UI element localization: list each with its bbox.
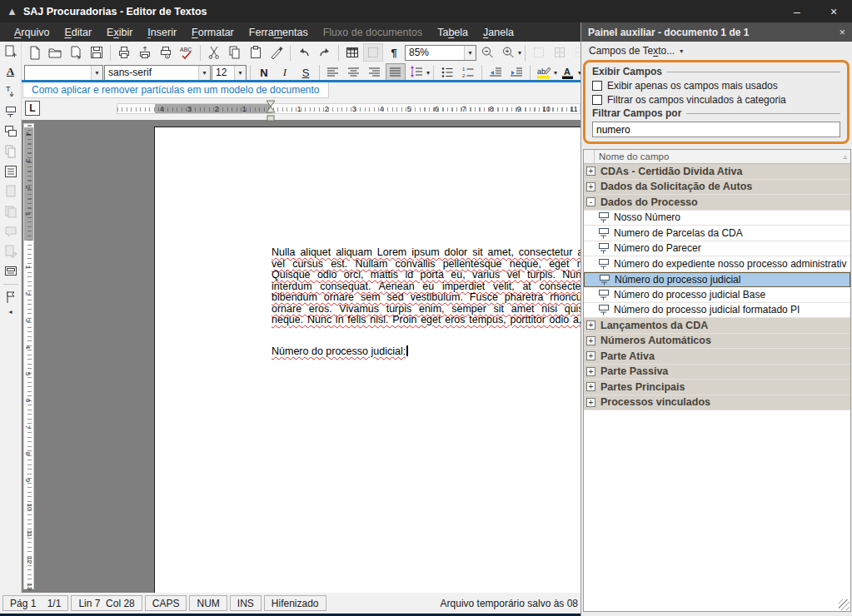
size-dropdown-icon[interactable]: ▾ bbox=[234, 66, 246, 80]
checkbox-linked-category[interactable] bbox=[592, 95, 602, 105]
expand-toggle-icon[interactable]: + bbox=[586, 182, 595, 191]
formatting-marks-button[interactable]: ¶ bbox=[384, 43, 404, 62]
tree-group-solicitacao[interactable]: +Dados da Solicitação de Autos bbox=[584, 180, 850, 196]
clone-formatting-button[interactable] bbox=[267, 43, 286, 62]
character-dialog-button[interactable]: A bbox=[1, 62, 21, 81]
resize-grip[interactable] bbox=[839, 599, 850, 610]
tree-item[interactable]: Numero de Parcelas da CDA bbox=[584, 226, 850, 241]
document-page[interactable]: Nulla aliquet aliquam Lorem ipsum dolor … bbox=[154, 127, 580, 593]
close-button[interactable]: × bbox=[815, 0, 852, 22]
tree-item[interactable]: Número do expediente nosso processo admi… bbox=[584, 256, 850, 272]
checkbox-most-used[interactable] bbox=[592, 81, 602, 91]
expand-toggle-icon[interactable]: + bbox=[586, 382, 595, 391]
status-line-col[interactable]: Lin 7 Col 28 bbox=[71, 595, 142, 611]
save-as-button[interactable] bbox=[66, 43, 86, 62]
font-color-button[interactable]: A bbox=[558, 63, 578, 82]
horizontal-ruler[interactable]: 43211234567891011 bbox=[117, 103, 580, 114]
expand-toggle-icon[interactable]: + bbox=[586, 166, 595, 176]
menu-formatar[interactable]: Formatar bbox=[184, 24, 242, 41]
vertical-ruler[interactable]: 432112345678910111213 bbox=[23, 123, 34, 589]
line-spacing-caret-icon[interactable]: ▾ bbox=[426, 69, 430, 77]
print-layout-button[interactable] bbox=[1, 262, 21, 281]
expand-toggle-icon[interactable]: + bbox=[586, 351, 595, 360]
expand-toggle-icon[interactable]: + bbox=[586, 336, 595, 345]
line-spacing-button[interactable] bbox=[406, 63, 426, 82]
flag-button[interactable] bbox=[1, 288, 21, 306]
status-page[interactable]: Pág 1 1/1 bbox=[2, 595, 68, 611]
filter-input[interactable]: numero bbox=[592, 122, 840, 137]
decrease-indent-button[interactable] bbox=[486, 63, 506, 82]
font-dropdown-icon[interactable]: ▾ bbox=[198, 66, 210, 80]
new-document-button[interactable] bbox=[24, 43, 44, 62]
status-caps[interactable]: CAPS bbox=[145, 595, 187, 611]
numbered-list-button[interactable]: 12 bbox=[458, 63, 478, 82]
tree-item[interactable]: Número do processo judicial Base bbox=[584, 287, 850, 303]
panel-header[interactable]: Painel auxiliar - documento 1 de 1 × bbox=[581, 22, 852, 42]
expand-toggle-icon[interactable]: + bbox=[586, 320, 595, 330]
align-center-button[interactable] bbox=[344, 63, 364, 82]
print-file-button[interactable] bbox=[135, 43, 155, 62]
save-button[interactable] bbox=[87, 43, 107, 62]
tree-group-dados-processo[interactable]: -Dados do Processo bbox=[584, 195, 850, 211]
open-button[interactable] bbox=[45, 43, 65, 62]
print-button[interactable] bbox=[114, 43, 134, 62]
spellcheck-button[interactable]: ABC bbox=[177, 43, 197, 62]
tree-group-numeros-automaticos[interactable]: +Números Automáticos bbox=[584, 334, 850, 350]
underline-button[interactable]: S bbox=[296, 63, 316, 82]
menu-janela[interactable]: Janela bbox=[476, 24, 521, 41]
new-from-template-button[interactable] bbox=[1, 42, 21, 61]
tree-group-parte-passiva[interactable]: +Parte Passiva bbox=[584, 365, 850, 380]
highlight-caret-icon[interactable]: ▾ bbox=[554, 69, 557, 77]
insert-field-button[interactable] bbox=[1, 102, 21, 121]
menu-arquivo[interactable]: Arquivo bbox=[7, 24, 57, 41]
italic-button[interactable]: I bbox=[275, 63, 295, 82]
menu-inserir[interactable]: Inserir bbox=[140, 24, 184, 41]
highlight-color-button[interactable]: ab bbox=[534, 63, 554, 82]
field-insert-line[interactable]: Número do processo judicial: bbox=[272, 345, 408, 357]
tree-group-processos-vinculados[interactable]: +Processos vinculados bbox=[584, 395, 850, 411]
tree-group-parte-ativa[interactable]: +Parte Ativa bbox=[584, 349, 850, 365]
tree-item-selected[interactable]: Número do processo judicial bbox=[584, 272, 850, 288]
tree-item[interactable]: Nosso Número bbox=[584, 211, 850, 226]
collapse-arrow-icon[interactable]: ◂ bbox=[8, 308, 12, 315]
tree-group-partes-principais[interactable]: +Partes Principais bbox=[584, 380, 850, 395]
print-preview-button[interactable] bbox=[156, 43, 176, 62]
sort-indicator-icon[interactable]: ▵ bbox=[843, 152, 847, 161]
menu-tabela[interactable]: Tabela bbox=[430, 24, 476, 41]
panel-mode-caret-icon[interactable]: ▾ bbox=[680, 47, 683, 55]
expand-toggle-icon[interactable]: + bbox=[586, 367, 595, 376]
properties-list-button[interactable] bbox=[1, 162, 21, 181]
status-hyphenated[interactable]: Hifenizado bbox=[264, 595, 326, 611]
insert-table-button[interactable] bbox=[342, 43, 362, 62]
zoom-out-button[interactable] bbox=[477, 43, 497, 62]
paragraph-style-combobox[interactable]: ▾ bbox=[24, 65, 103, 81]
cut-button[interactable] bbox=[204, 43, 224, 62]
align-right-button[interactable] bbox=[365, 63, 385, 82]
expand-toggle-icon[interactable]: + bbox=[586, 398, 595, 407]
paragraph[interactable]: Nulla aliquet aliquam Lorem ipsum dolor … bbox=[272, 247, 580, 326]
justify-button[interactable] bbox=[386, 63, 406, 82]
minimize-button[interactable]: – bbox=[779, 0, 815, 22]
bullet-list-button[interactable] bbox=[437, 63, 457, 82]
tabstop-selector-button[interactable]: L bbox=[25, 101, 40, 116]
status-ins[interactable]: INS bbox=[230, 595, 262, 611]
menu-ferramentas[interactable]: Ferramentas bbox=[242, 24, 316, 41]
align-left-button[interactable] bbox=[323, 63, 343, 82]
checkbox-linked-category-row[interactable]: Filtrar os campos vinculados à categoria bbox=[592, 92, 840, 107]
tree-item[interactable]: Número do Parecer bbox=[584, 241, 850, 257]
paste-button[interactable] bbox=[246, 43, 266, 62]
menu-editar[interactable]: Editar bbox=[57, 24, 99, 41]
collapse-toggle-icon[interactable]: - bbox=[586, 197, 595, 206]
font-size-combobox[interactable]: 12 ▾ bbox=[212, 65, 247, 81]
indent-marker[interactable] bbox=[266, 100, 276, 125]
increase-indent-button[interactable] bbox=[506, 63, 526, 82]
menu-exibir[interactable]: Exibir bbox=[99, 24, 140, 41]
tree-header[interactable]: Nome do campo ▵ bbox=[584, 150, 850, 164]
zoom-menu-caret-icon[interactable]: ▾ bbox=[518, 49, 521, 57]
zoom-combobox[interactable]: 85% ▾ bbox=[405, 45, 476, 61]
bold-button[interactable]: N bbox=[254, 63, 274, 82]
zoom-dropdown-icon[interactable]: ▾ bbox=[464, 46, 476, 60]
status-num[interactable]: NUM bbox=[189, 595, 227, 611]
tree-group-cdas[interactable]: +CDAs - Certidão Dívida Ativa bbox=[584, 164, 850, 180]
font-name-combobox[interactable]: sans-serif ▾ bbox=[104, 65, 211, 81]
